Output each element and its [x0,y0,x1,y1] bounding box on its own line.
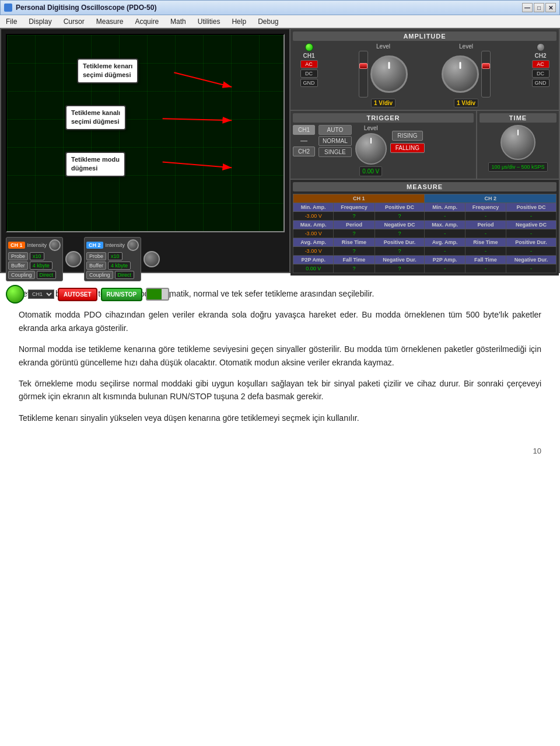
ch2-coupling-button[interactable]: Coupling [86,271,113,279]
ch2-avg-amp: - [425,247,465,256]
ch1-pos-dc: ? [374,212,425,221]
ch1-gnd-button[interactable]: GND [300,79,318,87]
ch1-position-knob[interactable] [65,251,82,267]
trigger-rising-button[interactable]: RISING [392,131,422,141]
ch1-buffer-value: 4 kbyte [30,262,52,270]
trigger-ch1-button[interactable]: CH1 [293,125,315,135]
ch1-amp-knob[interactable] [370,55,408,93]
callout-arrows [7,35,284,231]
trigger-level-label: Level [364,125,378,131]
ch2-dc-button[interactable]: DC [532,69,550,78]
trigger-value-display: 0.00 V [359,166,382,176]
svg-line-0 [174,72,232,87]
power-button[interactable] [6,285,24,304]
time-value-display: 100 μs/div – 500 kSPS [488,162,547,172]
minimize-button[interactable]: — [522,3,533,12]
menu-debug[interactable]: Debug [256,17,281,26]
measure-title: MEASURE [293,182,556,191]
ch2-level-label: Level [459,43,473,50]
ch2-buffer-button[interactable]: Buffer [86,262,106,270]
measure-row-labels-3: Avg. Amp. Rise Time Positive Dur. Avg. A… [293,238,556,247]
ch1-buffer-button[interactable]: Buffer [8,262,28,270]
ch2-neg-dc: - [506,229,556,238]
ch1-dc-button[interactable]: DC [300,69,318,78]
ch1-neg-dc: ? [374,229,425,238]
ch2-position-knob[interactable] [144,251,160,267]
ch1-coupling-button[interactable]: Coupling [8,271,35,279]
menu-file[interactable]: File [4,17,19,26]
ch1-avg-amp: -3.00 V [293,247,334,256]
runstop-button[interactable]: RUN/STOP [101,288,143,301]
window-controls: — □ ✕ [522,3,556,12]
ch1-pos-dur: ? [374,247,425,256]
ch2-vdiv: 1 V/div [454,99,478,107]
svg-line-2 [163,162,232,168]
trigger-falling-button[interactable]: FALLING [390,143,425,153]
callout-trigger-channel: Tetikleme kanalıseçimi düğmesi [65,105,126,130]
measure-ch2-header: CH 2 [425,194,556,203]
menu-utilities[interactable]: Utilities [195,17,223,26]
battery-indicator [146,288,169,301]
measure-row-1: -3.00 V ? ? - - - [293,212,556,221]
trigger-normal-button[interactable]: NORMAL [318,136,352,146]
menu-cursor[interactable]: Cursor [61,17,87,26]
title-bar: Personal Digitising Oscilloscope (PDO-50… [0,0,560,15]
measure-row-2: -3.00 V ? ? - - - [293,229,556,238]
time-knob[interactable] [501,125,536,160]
paragraph-4: Tek örnekleme modu seçilirse normal modd… [19,377,541,403]
menu-display[interactable]: Display [26,17,54,26]
ch1-fall-time: ? [334,264,374,273]
oscilloscope-container: Tetikleme kenarıseçimi düğmesi Tetikleme… [0,28,560,273]
ch2-rise-time: - [465,247,506,256]
paragraph-5: Tetikleme kenarı sinyalin yükselen veya … [19,412,541,424]
measure-row-labels-4: P2P Amp. Fall Time Negative Dur. P2P Amp… [293,256,556,264]
ch1-rise-time: ? [334,247,374,256]
ch2-pos-dc: - [506,212,556,221]
trigger-ch2-button[interactable]: CH2 [293,147,315,156]
menu-math[interactable]: Math [168,17,188,26]
ch1-ac-button[interactable]: AC [300,60,318,68]
app-icon [4,4,12,12]
ch2-ac-button[interactable]: AC [532,60,550,68]
ch1-intensity-knob[interactable] [49,239,61,251]
amplitude-title: AMPLITUDE [293,32,556,41]
menu-measure[interactable]: Measure [94,17,126,26]
close-button[interactable]: ✕ [545,3,556,12]
menu-help[interactable]: Help [229,17,249,26]
ch2-period: - [465,229,506,238]
ch2-probe-button[interactable]: Probe [86,252,106,260]
ch1-vdiv: 1 V/div [371,99,396,107]
ch2-coupling-value: Direct [115,271,135,279]
callout-trigger-edge: Tetikleme kenarıseçimi düğmesi [77,58,138,83]
channel-dropdown[interactable]: CH1 [28,290,54,299]
ch2-amp-knob[interactable] [442,55,479,93]
window-title: Personal Digitising Oscilloscope (PDO-50… [16,4,519,12]
callout-trigger-mode: Tetikleme modudüğmesi [65,152,125,177]
autoset-button[interactable]: AUTOSET [58,288,97,301]
measure-row-labels-2: Max. Amp. Period Negative DC Max. Amp. P… [293,221,556,229]
maximize-button[interactable]: □ [534,3,544,12]
ch1-min-amp: -3.00 V [293,212,334,221]
ch2-p2p-amp: - [425,264,465,273]
screen-panel: Tetikleme kenarıseçimi düğmesi Tetikleme… [1,29,290,272]
ch2-fall-time: - [465,264,506,273]
trigger-title: TRIGGER [293,113,474,123]
measure-ch1-header: CH 1 [293,194,425,203]
ch2-intensity-knob[interactable] [127,239,139,251]
trigger-single-button[interactable]: SINGLE [318,147,352,157]
ch1-max-amp: -3.00 V [293,229,334,238]
svg-line-1 [163,118,232,120]
ch2-gnd-button[interactable]: GND [532,79,550,87]
menu-acquire[interactable]: Acquire [132,17,161,26]
trigger-level-knob[interactable] [355,133,387,165]
ch2-pos-dur: - [506,247,556,256]
ch1-coupling-value: Direct [37,271,57,279]
ch1-probe-value: x10 [30,252,44,260]
ch1-probe-button[interactable]: Probe [8,252,28,260]
measure-table: CH 1 CH 2 Min. Amp. Frequency Positive D… [293,194,556,273]
trigger-auto-button[interactable]: AUTO [318,125,352,135]
ch1-level-slider[interactable] [359,51,368,97]
time-title: TIME [480,113,556,123]
ch2-level-slider[interactable] [481,51,491,97]
ch2-intensity-label: Intensity [106,242,125,248]
